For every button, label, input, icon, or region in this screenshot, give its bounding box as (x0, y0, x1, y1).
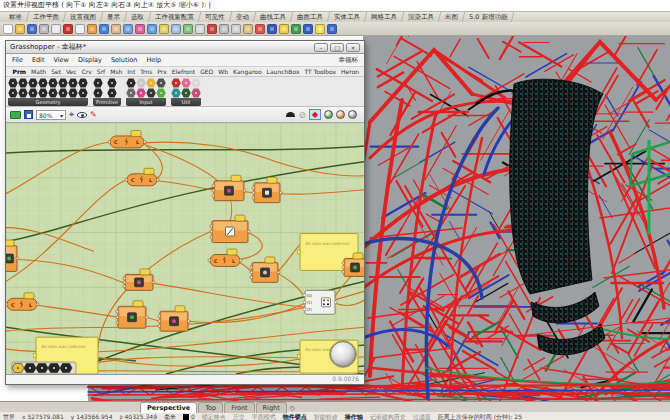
status-toggle-5[interactable]: 操作轴 (345, 413, 363, 420)
component-hex-icon[interactable] (146, 78, 156, 88)
hide-objects-icon[interactable] (231, 24, 241, 34)
component-hex-icon[interactable] (191, 78, 201, 88)
gh-tab-crv[interactable]: Crv (79, 68, 94, 75)
component-hex-icon[interactable] (126, 78, 136, 88)
status-toggle-2[interactable]: 平面模式 (252, 413, 276, 420)
hat-icon[interactable] (286, 112, 295, 117)
component-hex-icon[interactable] (8, 88, 18, 98)
gh-menu-help[interactable]: Help (146, 54, 161, 66)
gh-component[interactable]: (0)(1)(2) (303, 290, 337, 314)
toolbar-tab-4[interactable]: 选取 (125, 12, 151, 22)
component-hex-icon[interactable] (28, 78, 38, 88)
help-icon[interactable] (327, 24, 337, 34)
new-file-icon[interactable] (3, 24, 13, 34)
component-hex-icon[interactable] (156, 78, 166, 88)
gh-tab-set[interactable]: Set (49, 68, 64, 75)
preview-eye-icon[interactable] (77, 112, 87, 118)
toolbar-tab-3[interactable]: 显示 (101, 12, 127, 22)
grasshopper-titlebar[interactable]: Grasshopper - 幸福杯* – □ × (6, 41, 364, 54)
gh-menu-view[interactable]: View (53, 54, 68, 66)
save-file-icon[interactable] (24, 110, 33, 119)
copy-icon[interactable] (75, 24, 85, 34)
component-hex-icon[interactable] (28, 88, 38, 98)
zoom-dynamic-icon[interactable] (135, 24, 145, 34)
toolbar-tab-0[interactable]: 标准 (3, 12, 29, 22)
component-hex-icon[interactable] (136, 78, 146, 88)
toolbar-tab-5[interactable]: 工作视窗配置 (149, 12, 201, 22)
viewport-tab-menu-icon[interactable]: ◇ (288, 404, 295, 412)
status-toggle-0[interactable]: 锁定格点 (202, 413, 226, 420)
component-hex-icon[interactable] (48, 78, 58, 88)
cut-icon[interactable] (63, 24, 73, 34)
component-hex-icon[interactable] (8, 78, 18, 88)
status-toggle-3[interactable]: 物件锁点 (283, 413, 307, 420)
gem-preview-icon[interactable]: ◆ (309, 109, 321, 120)
palette-group-label[interactable]: Input (126, 98, 166, 106)
gh-tab-vec[interactable]: Vec (63, 68, 79, 75)
gh-menu-file[interactable]: File (12, 54, 23, 66)
close-icon[interactable]: × (346, 43, 360, 52)
component-hex-icon[interactable] (107, 88, 117, 98)
toolbar-tab-10[interactable]: 实体工具 (327, 12, 366, 22)
gh-floating-toolbar[interactable] (12, 362, 76, 374)
toolbar-tab-7[interactable]: 变动 (229, 12, 255, 22)
status-toggle-7[interactable]: 过滤器 (413, 413, 431, 420)
component-hex-icon[interactable] (38, 88, 48, 98)
cplane-button[interactable]: 世界 (3, 413, 15, 420)
component-hex-icon[interactable] (171, 88, 181, 98)
gh-menu-display[interactable]: Display (78, 54, 102, 66)
toolbar-tab-11[interactable]: 网格工具 (364, 12, 403, 22)
component-hex-icon[interactable] (48, 88, 58, 98)
component-hex-icon[interactable] (136, 88, 146, 98)
component-hex-icon[interactable] (58, 88, 68, 98)
gh-tab-v[interactable]: V (362, 68, 364, 75)
component-hex-icon[interactable] (18, 78, 28, 88)
preview-rendered-icon[interactable] (348, 110, 357, 119)
gh-tab-prm[interactable]: Prm (10, 68, 29, 75)
command-prompt[interactable]: 设置并排视图平移 ( 向下① 向左② 向右③ 向上④ 放大⑤ 缩小⑥ ): | (0, 0, 670, 12)
viewport-tab-right[interactable]: Right (256, 402, 287, 413)
sun-light-icon[interactable] (279, 24, 289, 34)
component-hex-icon[interactable] (58, 78, 68, 88)
maximize-icon[interactable]: □ (330, 43, 344, 52)
status-toggle-4[interactable]: 智能轨迹 (314, 413, 338, 420)
undo-icon[interactable] (99, 24, 109, 34)
component-hex-icon[interactable] (156, 88, 166, 98)
zoom-dropdown[interactable]: 80%▾ (36, 110, 66, 120)
gh-tab-trns[interactable]: Trns (138, 68, 155, 75)
gh-tab-math[interactable]: Math (29, 68, 49, 75)
toolbar-tab-8[interactable]: 曲线工具 (253, 12, 292, 22)
material-sphere-icon[interactable] (291, 24, 301, 34)
save-icon[interactable] (27, 24, 37, 34)
gh-tab-srf[interactable]: Srf (94, 68, 107, 75)
move-icon[interactable] (123, 24, 133, 34)
palette-group-label[interactable]: Primitive (93, 98, 121, 106)
open-file-icon[interactable] (10, 111, 21, 119)
gh-tab-msh[interactable]: Msh (108, 68, 125, 75)
palette-group-label[interactable]: Geometry (8, 98, 88, 106)
disable-preview-icon[interactable]: ⊘ (298, 110, 306, 120)
component-hex-icon[interactable] (68, 78, 78, 88)
gh-tab-elefront[interactable]: Elefront (169, 68, 197, 75)
status-toggle-1[interactable]: 正交 (233, 413, 245, 420)
toolbar-tab-2[interactable]: 设置视图 (64, 12, 103, 22)
component-hex-icon[interactable] (93, 78, 103, 88)
grasshopper-canvas[interactable]: No data was collectedNo data was collect… (6, 123, 364, 375)
component-hex-icon[interactable] (93, 88, 103, 98)
component-hex-icon[interactable] (78, 78, 88, 88)
component-hex-icon[interactable] (38, 78, 48, 88)
component-hex-icon[interactable] (181, 88, 191, 98)
viewport-tab-front[interactable]: Front (224, 402, 254, 413)
gh-tab-tt-toolbox[interactable]: TT Toolbox (302, 68, 339, 75)
toolbar-tab-9[interactable]: 曲面工具 (290, 12, 329, 22)
shade-mode-icon[interactable] (219, 24, 229, 34)
pan-hand-icon[interactable] (111, 24, 121, 34)
focus-target-icon[interactable]: ⌖ (69, 109, 74, 120)
render-sphere-icon[interactable] (267, 24, 277, 34)
gh-tab-wb[interactable]: Wb (216, 68, 231, 75)
open-folder-icon[interactable] (15, 24, 25, 34)
component-hex-icon[interactable] (107, 78, 117, 88)
component-hex-icon[interactable] (126, 88, 136, 98)
gh-tab-kangaroo[interactable]: Kangaroo (231, 68, 264, 75)
paste-icon[interactable] (87, 24, 97, 34)
